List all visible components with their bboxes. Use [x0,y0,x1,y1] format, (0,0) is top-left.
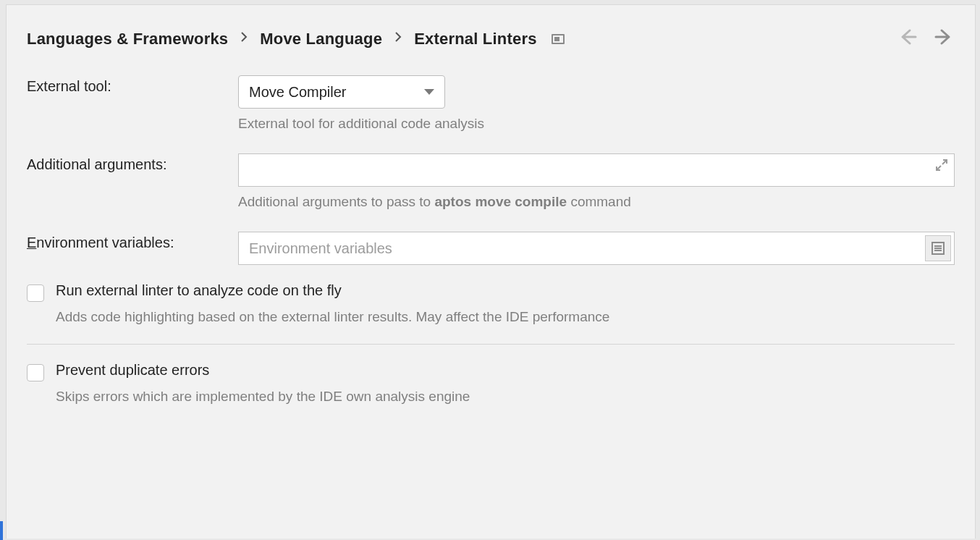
show-in-window-icon[interactable] [552,34,565,44]
external-tool-label: External tool: [27,75,238,95]
external-tool-value: Move Compiler [249,84,346,101]
additional-arguments-label: Additional arguments: [27,153,238,173]
run-on-fly-checkbox[interactable] [27,284,44,302]
expand-icon[interactable] [935,159,948,172]
environment-variables-input[interactable] [239,232,954,264]
external-tool-select[interactable]: Move Compiler [238,75,445,109]
list-icon[interactable] [925,235,951,261]
additional-arguments-input-wrap [238,153,955,187]
nav-back-button [897,27,917,51]
separator [27,344,955,345]
additional-arguments-input[interactable] [239,154,954,186]
environment-variables-input-wrap [238,232,955,265]
external-tool-hint: External tool for additional code analys… [238,116,955,132]
settings-panel: Languages & Frameworks Move Language Ext… [6,4,976,539]
prevent-duplicate-checkbox[interactable] [27,364,44,381]
additional-arguments-hint: Additional arguments to pass to aptos mo… [238,194,955,210]
prevent-duplicate-hint: Skips errors which are implemented by th… [56,389,955,405]
chevron-right-icon [394,31,402,46]
run-on-fly-label[interactable]: Run external linter to analyze code on t… [56,282,342,299]
breadcrumb-root[interactable]: Languages & Frameworks [27,30,228,48]
chevron-down-icon [424,89,434,95]
nav-arrows [897,27,955,51]
chevron-right-icon [240,31,248,46]
breadcrumb-leaf: External Linters [414,30,536,48]
selection-accent [0,521,3,540]
nav-forward-button[interactable] [934,27,955,51]
breadcrumb-mid[interactable]: Move Language [260,30,382,48]
environment-variables-label: Environment variables: [27,232,238,251]
breadcrumb: Languages & Frameworks Move Language Ext… [27,27,955,51]
run-on-fly-hint: Adds code highlighting based on the exte… [56,309,955,325]
prevent-duplicate-label[interactable]: Prevent duplicate errors [56,362,209,379]
